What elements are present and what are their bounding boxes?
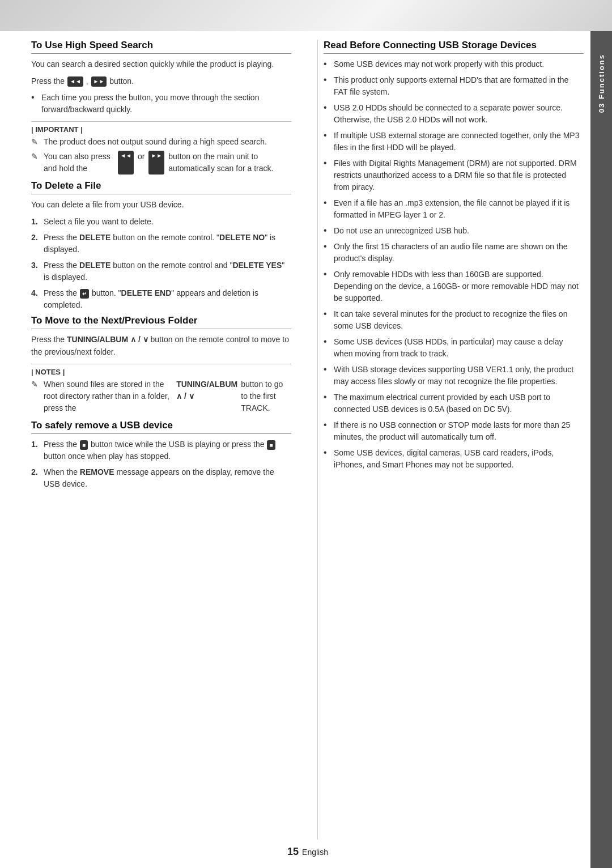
section-title-usb-remove: To safely remove a USB device	[31, 420, 291, 434]
high-speed-body1: You can search a desired section quickly…	[31, 58, 291, 71]
main-content: To Use High Speed Search You can search …	[31, 40, 584, 840]
ff-icon-2: ►►	[148, 151, 164, 175]
usb-bullet-14: If there is no USB connection or STOP mo…	[324, 419, 584, 443]
high-speed-bullets: Each time you press the button, you move…	[31, 92, 291, 116]
stop-icon: ■	[80, 440, 88, 450]
usb-bullet-2: This product only supports external HDD'…	[324, 74, 584, 98]
delete-steps: 1. Select a file you want to delete. 2. …	[31, 216, 291, 311]
right-column: Read Before Connecting USB Storage Devic…	[317, 40, 584, 840]
folder-note-1: When sound files are stored in the root …	[31, 378, 291, 414]
rewind-icon-2: ◄◄	[118, 151, 134, 175]
important-label: | IMPORTANT |	[31, 125, 291, 134]
section-delete-file: To Delete a File You can delete a file f…	[31, 180, 291, 311]
folder-body: Press the TUNING/ALBUM ∧ / ∨ button on t…	[31, 334, 291, 358]
usb-bullet-6: Even if a file has an .mp3 extension, th…	[324, 197, 584, 221]
usb-bullet-5: Files with Digital Rights Management (DR…	[324, 158, 584, 193]
sidebar-label: 03 Functions	[597, 54, 606, 113]
stop-icon-2: ■	[267, 440, 275, 450]
delete-body: You can delete a file from your USB devi…	[31, 199, 291, 211]
usb-remove-steps: 1. Press the ■ button twice while the US…	[31, 439, 291, 490]
section-high-speed-search: To Use High Speed Search You can search …	[31, 40, 291, 175]
rewind-icon: ◄◄	[67, 76, 83, 87]
top-decorative-bar	[0, 0, 612, 31]
enter-icon: ↵	[80, 289, 89, 299]
high-speed-body2: Press the ◄◄ , ►► button.	[31, 75, 291, 88]
usb-bullet-3: USB 2.0 HDDs should be connected to a se…	[324, 102, 584, 126]
notes-box: | NOTES | When sound files are stored in…	[31, 364, 291, 414]
usb-bullet-8: Only the first 15 characters of an audio…	[324, 241, 584, 265]
delete-step-1: 1. Select a file you want to delete.	[31, 216, 291, 228]
delete-step-2: 2. Press the DELETE button on the remote…	[31, 232, 291, 256]
left-column: To Use High Speed Search You can search …	[31, 40, 297, 840]
important-note-2: You can also press and hold the ◄◄ or ►►…	[31, 151, 291, 175]
section-title-usb-storage: Read Before Connecting USB Storage Devic…	[324, 40, 584, 54]
usb-remove-step-2: 2. When the REMOVE message appears on th…	[31, 466, 291, 490]
usb-storage-bullets: Some USB devices may not work properly w…	[324, 58, 584, 471]
delete-step-3: 3. Press the DELETE button on the remote…	[31, 259, 291, 283]
page-number: 15English	[284, 846, 328, 858]
high-speed-bullet-1: Each time you press the button, you move…	[31, 92, 291, 116]
right-sidebar: 03 Functions	[590, 31, 612, 868]
usb-bullet-11: Some USB devices (USB HDDs, in particula…	[324, 336, 584, 360]
usb-bullet-10: It can take several minutes for the prod…	[324, 308, 584, 332]
section-title-delete: To Delete a File	[31, 180, 291, 194]
usb-remove-step-1: 1. Press the ■ button twice while the US…	[31, 439, 291, 462]
important-note-1: The product does not output sound during…	[31, 136, 291, 148]
section-title-folder: To Move to the Next/Previous Folder	[31, 315, 291, 329]
usb-bullet-13: The maximum electrical current provided …	[324, 392, 584, 415]
or-text: ,	[86, 76, 88, 86]
usb-bullet-15: Some USB devices, digital cameras, USB c…	[324, 447, 584, 471]
usb-bullet-9: Only removable HDDs with less than 160GB…	[324, 269, 584, 304]
fastforward-icon: ►►	[91, 76, 107, 87]
delete-step-4: 4. Press the ↵ button. "DELETE END" appe…	[31, 287, 291, 311]
section-usb-remove: To safely remove a USB device 1. Press t…	[31, 420, 291, 490]
notes-label: | NOTES |	[31, 368, 291, 376]
usb-bullet-1: Some USB devices may not work properly w…	[324, 58, 584, 70]
section-title-high-speed-search: To Use High Speed Search	[31, 40, 291, 54]
section-next-prev-folder: To Move to the Next/Previous Folder Pres…	[31, 315, 291, 414]
usb-bullet-12: With USB storage devices supporting USB …	[324, 364, 584, 388]
usb-bullet-7: Do not use an unrecognized USB hub.	[324, 225, 584, 237]
important-box: | IMPORTANT | The product does not outpu…	[31, 121, 291, 175]
usb-bullet-4: If multiple USB external storage are con…	[324, 130, 584, 154]
section-usb-storage: Read Before Connecting USB Storage Devic…	[324, 40, 584, 471]
